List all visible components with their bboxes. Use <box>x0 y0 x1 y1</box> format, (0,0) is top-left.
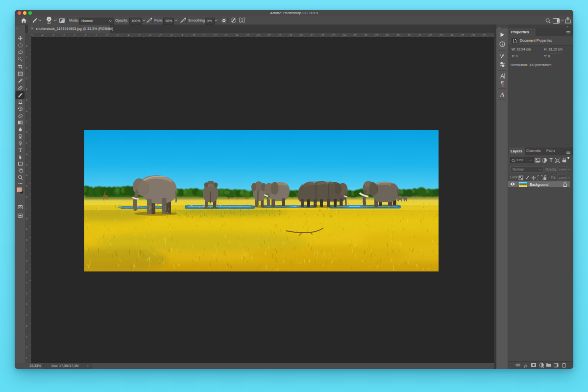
svg-text:fx: fx <box>524 363 528 368</box>
svg-text:33: 33 <box>440 34 443 37</box>
svg-text:3: 3 <box>26 271 27 273</box>
svg-text:1: 1 <box>26 121 27 123</box>
svg-text:7: 7 <box>26 314 27 317</box>
svg-text:34: 34 <box>451 34 454 37</box>
svg-text:9: 9 <box>26 336 27 338</box>
svg-text:37: 37 <box>483 34 486 37</box>
svg-text:2: 2 <box>26 110 27 112</box>
svg-text:36: 36 <box>472 34 475 37</box>
svg-text:23: 23 <box>332 34 335 37</box>
svg-text:6: 6 <box>149 34 151 37</box>
svg-text:11: 11 <box>203 34 206 37</box>
svg-text:0: 0 <box>26 239 27 242</box>
svg-text:4: 4 <box>26 174 27 177</box>
svg-text:4: 4 <box>26 282 27 284</box>
svg-text:8: 8 <box>171 34 172 37</box>
svg-text:31: 31 <box>418 34 421 37</box>
svg-text:10: 10 <box>193 34 196 37</box>
svg-text:5: 5 <box>26 77 27 80</box>
svg-text:5: 5 <box>26 185 27 188</box>
svg-text:6: 6 <box>26 303 27 306</box>
svg-text:12: 12 <box>214 34 217 37</box>
svg-text:8: 8 <box>26 45 27 48</box>
svg-text:1: 1 <box>74 34 76 37</box>
svg-text:3: 3 <box>117 34 119 37</box>
svg-text:16: 16 <box>257 34 260 37</box>
svg-text:3: 3 <box>53 34 54 37</box>
svg-text:9: 9 <box>26 228 27 231</box>
svg-text:¶: ¶ <box>501 80 504 87</box>
svg-text:1: 1 <box>26 142 27 145</box>
svg-text:14: 14 <box>236 34 239 37</box>
svg-text:27: 27 <box>375 34 378 37</box>
svg-text:15: 15 <box>246 34 249 37</box>
svg-text:4: 4 <box>42 34 44 37</box>
svg-text:1: 1 <box>96 34 97 37</box>
svg-text:8: 8 <box>26 218 27 220</box>
svg-text:A: A <box>500 91 505 98</box>
svg-text:20: 20 <box>300 34 303 37</box>
svg-text:0: 0 <box>26 131 27 134</box>
svg-text:0: 0 <box>26 346 27 349</box>
svg-text:7: 7 <box>26 56 27 58</box>
svg-text:T: T <box>549 158 552 163</box>
svg-text:3: 3 <box>26 99 27 101</box>
svg-text:T: T <box>19 147 22 153</box>
svg-text:7: 7 <box>160 34 162 37</box>
svg-text:7: 7 <box>26 207 27 209</box>
svg-text:26: 26 <box>365 34 368 37</box>
svg-text:«: « <box>498 26 500 29</box>
svg-text:19: 19 <box>290 34 293 37</box>
svg-text:2: 2 <box>106 34 108 37</box>
svg-text:5: 5 <box>31 34 33 37</box>
svg-text:8: 8 <box>26 325 27 327</box>
svg-text:2: 2 <box>64 34 65 37</box>
svg-text:28: 28 <box>386 34 389 37</box>
svg-text:18: 18 <box>279 34 282 37</box>
svg-text:13: 13 <box>225 34 228 37</box>
svg-text:2: 2 <box>26 153 27 155</box>
svg-text:3: 3 <box>26 164 27 166</box>
svg-text:6: 6 <box>26 196 27 198</box>
svg-text:25: 25 <box>354 34 357 37</box>
svg-text:21: 21 <box>311 34 314 37</box>
svg-text:29: 29 <box>397 34 400 37</box>
svg-text:17: 17 <box>268 34 271 37</box>
svg-text:A: A <box>500 73 504 80</box>
svg-text:0: 0 <box>85 34 87 37</box>
svg-text:30: 30 <box>408 34 411 37</box>
svg-text:2: 2 <box>26 260 27 263</box>
svg-text:9: 9 <box>182 34 183 37</box>
svg-text:6: 6 <box>26 67 27 69</box>
svg-text:1: 1 <box>26 357 27 360</box>
svg-text:32: 32 <box>429 34 432 37</box>
svg-text:5: 5 <box>139 34 140 37</box>
svg-text:22: 22 <box>321 34 324 37</box>
svg-text:4: 4 <box>128 34 129 37</box>
svg-text:5: 5 <box>26 293 27 295</box>
svg-text:1: 1 <box>26 249 27 252</box>
svg-text:24: 24 <box>343 34 346 37</box>
svg-text:4: 4 <box>26 88 27 91</box>
svg-text:35: 35 <box>462 34 465 37</box>
